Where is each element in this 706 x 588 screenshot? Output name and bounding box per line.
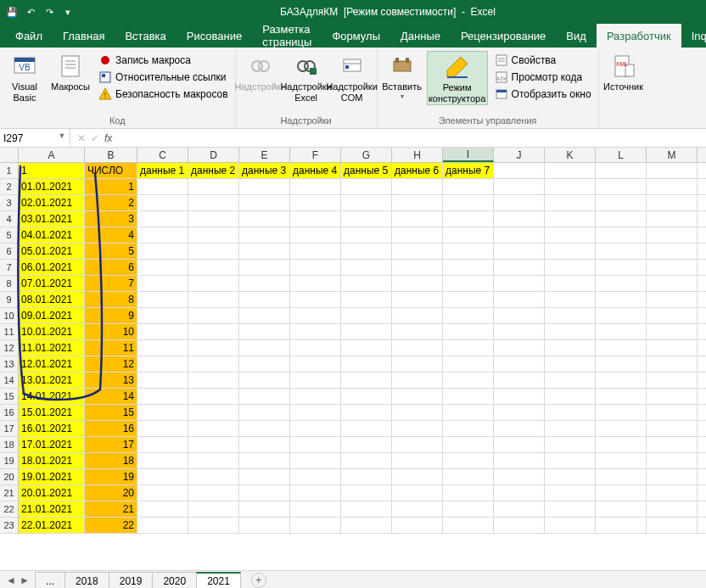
cell[interactable]: 04.01.2021: [19, 227, 85, 243]
cell[interactable]: [290, 195, 341, 210]
cell[interactable]: [137, 195, 188, 210]
cell[interactable]: [239, 179, 290, 194]
cell[interactable]: [392, 469, 443, 484]
cell[interactable]: [290, 421, 341, 436]
cell[interactable]: [545, 518, 596, 533]
cell[interactable]: [188, 324, 239, 339]
col-header-B[interactable]: B: [85, 148, 137, 162]
formula-input[interactable]: [119, 132, 706, 144]
cell[interactable]: [494, 276, 545, 291]
cell[interactable]: 17: [85, 437, 137, 452]
col-header-H[interactable]: H: [392, 148, 443, 162]
cell[interactable]: [341, 324, 392, 339]
cell[interactable]: [443, 501, 494, 517]
addins-button[interactable]: Надстройки: [239, 51, 282, 92]
tab-draw[interactable]: Рисование: [176, 24, 252, 48]
cell[interactable]: [188, 195, 239, 210]
cell[interactable]: 2: [85, 195, 137, 210]
undo-icon[interactable]: ↶: [24, 5, 37, 19]
cell[interactable]: данные 2: [188, 163, 239, 178]
cell[interactable]: [341, 276, 392, 291]
cell[interactable]: [239, 485, 290, 501]
cell[interactable]: [341, 437, 392, 452]
cell[interactable]: 7: [85, 276, 137, 291]
col-header-M[interactable]: M: [647, 148, 698, 162]
cell[interactable]: 3: [85, 211, 137, 227]
cell[interactable]: [341, 340, 392, 356]
cell[interactable]: [290, 453, 341, 468]
cell[interactable]: [596, 485, 647, 501]
cell[interactable]: [137, 260, 188, 275]
row-header[interactable]: 2: [0, 179, 19, 194]
cell[interactable]: [239, 260, 290, 275]
cell[interactable]: [392, 405, 443, 420]
cell[interactable]: [443, 469, 494, 484]
cell[interactable]: [290, 292, 341, 307]
cell[interactable]: [188, 356, 239, 372]
cell[interactable]: 20: [85, 485, 137, 501]
cell[interactable]: [443, 211, 494, 227]
cell[interactable]: [239, 308, 290, 323]
cell[interactable]: [392, 453, 443, 468]
cell[interactable]: [596, 453, 647, 468]
cell[interactable]: [494, 389, 545, 404]
sheet-tab-2019[interactable]: 2019: [109, 572, 154, 589]
cell[interactable]: [290, 405, 341, 420]
cell[interactable]: [596, 260, 647, 275]
tab-formulas[interactable]: Формулы: [322, 24, 390, 48]
source-button[interactable]: XML Источник: [602, 51, 645, 92]
cell[interactable]: [341, 179, 392, 194]
cell[interactable]: 20.01.2021: [19, 485, 85, 501]
cell[interactable]: [392, 324, 443, 339]
cell[interactable]: [341, 501, 392, 517]
cell[interactable]: [647, 372, 698, 388]
cell[interactable]: [188, 340, 239, 356]
row-header[interactable]: 19: [0, 453, 19, 468]
cell[interactable]: 8: [85, 292, 137, 307]
cell[interactable]: [239, 356, 290, 372]
cell[interactable]: [545, 372, 596, 388]
cell[interactable]: 08.01.2021: [19, 292, 85, 307]
cell[interactable]: 15: [85, 405, 137, 420]
row-header[interactable]: 1: [0, 163, 19, 178]
cell[interactable]: [341, 469, 392, 484]
cell[interactable]: [137, 405, 188, 420]
cell[interactable]: 02.01.2021: [19, 195, 85, 210]
cell[interactable]: [494, 405, 545, 420]
cell[interactable]: [494, 356, 545, 372]
cell[interactable]: [392, 195, 443, 210]
cell[interactable]: [392, 485, 443, 501]
row-header[interactable]: 15: [0, 389, 19, 404]
cell[interactable]: [494, 485, 545, 501]
cell[interactable]: [545, 501, 596, 517]
cell[interactable]: [443, 389, 494, 404]
cell[interactable]: [137, 324, 188, 339]
cell[interactable]: [596, 405, 647, 420]
cell[interactable]: [137, 421, 188, 436]
cell[interactable]: [443, 405, 494, 420]
row-header[interactable]: 21: [0, 485, 19, 501]
cell[interactable]: [392, 518, 443, 533]
cell[interactable]: 06.01.2021: [19, 260, 85, 275]
cell[interactable]: [137, 501, 188, 517]
cell[interactable]: [188, 469, 239, 484]
cell[interactable]: [188, 292, 239, 307]
cell[interactable]: [443, 292, 494, 307]
cell[interactable]: [545, 292, 596, 307]
row-header[interactable]: 20: [0, 469, 19, 484]
cell[interactable]: [341, 405, 392, 420]
cell[interactable]: [647, 437, 698, 452]
cell[interactable]: [545, 260, 596, 275]
row-header[interactable]: 17: [0, 421, 19, 436]
col-header-F[interactable]: F: [290, 148, 341, 162]
com-addins-button[interactable]: Надстройки COM: [331, 51, 373, 104]
relative-refs-button[interactable]: Относительные ссылки: [95, 70, 232, 85]
cell[interactable]: [341, 453, 392, 468]
show-dialog-button[interactable]: Отобразить окно: [491, 87, 595, 102]
cell[interactable]: [188, 437, 239, 452]
cell[interactable]: 18.01.2021: [19, 453, 85, 468]
cell[interactable]: [647, 405, 698, 420]
cell[interactable]: [545, 163, 596, 178]
col-header-J[interactable]: J: [494, 148, 545, 162]
cell[interactable]: 16.01.2021: [19, 421, 85, 436]
